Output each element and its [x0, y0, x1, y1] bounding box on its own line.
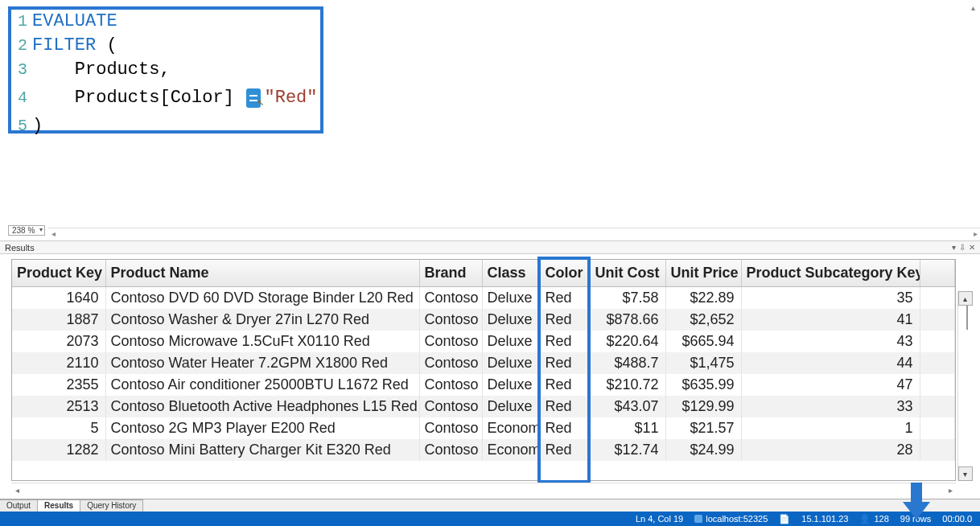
results-grid-pane: Product Key Product Name Brand Class Col…: [0, 254, 980, 499]
cell-unit-cost: $43.07: [590, 396, 665, 417]
code-text: Products,: [75, 58, 171, 82]
col-product-name[interactable]: Product Name: [105, 260, 419, 287]
cell-brand: Contoso: [419, 309, 482, 331]
cell-color: Red: [540, 287, 590, 310]
cell-padding: [920, 287, 955, 310]
col-unit-price[interactable]: Unit Price: [665, 260, 741, 287]
table-row[interactable]: 2110Contoso Water Heater 7.2GPM X1800 Re…: [12, 352, 955, 374]
cell-color: Red: [540, 396, 590, 417]
table-row[interactable]: 2513Contoso Bluetooth Active Headphones …: [12, 396, 955, 417]
cell-product-key: 1887: [12, 309, 105, 331]
cell-unit-cost: $488.7: [590, 352, 665, 374]
panel-pin-icon[interactable]: ⇩: [959, 243, 966, 252]
cell-class: Deluxe: [482, 396, 540, 417]
table-row[interactable]: 2355Contoso Air conditioner 25000BTU L16…: [12, 374, 955, 396]
scroll-down-button[interactable]: ▾: [958, 466, 973, 481]
cell-color: Red: [540, 417, 590, 439]
scroll-thumb[interactable]: [966, 306, 968, 330]
cell-subcategory-key: 47: [741, 374, 920, 396]
cell-subcategory-key: 43: [741, 331, 920, 352]
cell-unit-cost: $878.66: [590, 309, 665, 331]
scroll-right-icon[interactable]: ▸: [970, 228, 980, 239]
cell-product-name: Contoso Bluetooth Active Headphones L15 …: [105, 396, 419, 417]
user-icon: 👤: [859, 514, 871, 524]
status-users: 👤128: [859, 514, 888, 524]
cell-unit-cost: $7.58: [590, 287, 665, 310]
cell-padding: [920, 374, 955, 396]
table-row[interactable]: 1887Contoso Washer & Dryer 27in L270 Red…: [12, 309, 955, 331]
cell-product-name: Contoso Water Heater 7.2GPM X1800 Red: [105, 352, 419, 374]
cell-brand: Contoso: [419, 287, 482, 310]
cell-subcategory-key: 33: [741, 396, 920, 417]
col-subcategory-key[interactable]: Product Subcategory Key: [741, 260, 920, 287]
code-line[interactable]: 3 Products,: [13, 58, 320, 82]
cell-subcategory-key: 41: [741, 309, 920, 331]
cell-unit-cost: $210.72: [590, 374, 665, 396]
cell-product-key: 1282: [12, 439, 105, 461]
code-editor-pane[interactable]: ▴ 1 EVALUATE 2 FILTER ( 3 Products, 4 Pr…: [0, 0, 980, 241]
cell-padding: [920, 352, 955, 374]
cell-brand: Contoso: [419, 352, 482, 374]
zoom-selector[interactable]: 238 %: [8, 225, 45, 236]
code-indent: [32, 58, 75, 82]
tab-query-history[interactable]: Query History: [80, 499, 143, 512]
cell-unit-price: $22.89: [665, 287, 741, 310]
col-brand[interactable]: Brand: [419, 260, 482, 287]
line-number: 1: [13, 10, 27, 34]
code-highlight-box: 1 EVALUATE 2 FILTER ( 3 Products, 4 Prod…: [8, 6, 323, 134]
grid-horizontal-scrollbar[interactable]: ◂ ▸: [11, 483, 956, 495]
results-grid[interactable]: Product Key Product Name Brand Class Col…: [11, 259, 956, 481]
col-class[interactable]: Class: [482, 260, 540, 287]
code-line[interactable]: 5 ): [13, 114, 320, 138]
code-line[interactable]: 2 FILTER (: [13, 34, 320, 58]
cell-product-name: Contoso DVD 60 DVD Storage Binder L20 Re…: [105, 287, 419, 310]
zoom-value: 238 %: [12, 226, 35, 235]
cell-brand: Contoso: [419, 331, 482, 352]
col-padding: [920, 260, 955, 287]
panel-dropdown-icon[interactable]: ▾: [952, 243, 956, 252]
table-header-row[interactable]: Product Key Product Name Brand Class Col…: [12, 260, 955, 287]
scroll-left-icon[interactable]: ◂: [11, 483, 23, 496]
col-unit-cost[interactable]: Unit Cost: [590, 260, 665, 287]
table-row[interactable]: 2073Contoso Microwave 1.5CuFt X0110 RedC…: [12, 331, 955, 352]
code-line[interactable]: 1 EVALUATE: [13, 10, 320, 34]
scroll-up-button[interactable]: ▴: [958, 291, 973, 306]
code-text: ): [32, 114, 43, 138]
cell-product-name: Contoso 2G MP3 Player E200 Red: [105, 417, 419, 439]
cell-product-key: 2355: [12, 374, 105, 396]
keyword-filter: FILTER: [32, 34, 96, 58]
cell-unit-price: $24.99: [665, 439, 741, 461]
col-color[interactable]: Color: [540, 260, 590, 287]
line-number: 2: [13, 34, 27, 58]
code-text: Products[Color]: [75, 86, 245, 110]
cell-color: Red: [540, 374, 590, 396]
cell-unit-cost: $220.64: [590, 331, 665, 352]
panel-close-icon[interactable]: ✕: [969, 243, 975, 252]
table-row[interactable]: 1640Contoso DVD 60 DVD Storage Binder L2…: [12, 287, 955, 310]
table-row[interactable]: 1282Contoso Mini Battery Charger Kit E32…: [12, 439, 955, 461]
cell-brand: Contoso: [419, 374, 482, 396]
code-line[interactable]: 4 Products[Color] ↖ "Red": [13, 82, 320, 114]
cell-unit-price: $2,652: [665, 309, 741, 331]
server-icon: [694, 515, 702, 523]
cell-product-name: Contoso Washer & Dryer 27in L270 Red: [105, 309, 419, 331]
table-row[interactable]: 5Contoso 2G MP3 Player E200 RedContosoEc…: [12, 417, 955, 439]
cell-product-key: 5: [12, 417, 105, 439]
tab-results[interactable]: Results: [38, 499, 80, 512]
scroll-right-icon[interactable]: ▸: [945, 483, 956, 496]
cell-product-name: Contoso Air conditioner 25000BTU L1672 R…: [105, 374, 419, 396]
cell-color: Red: [540, 309, 590, 331]
tab-output[interactable]: Output: [0, 499, 38, 512]
col-product-key[interactable]: Product Key: [12, 260, 105, 287]
editor-horizontal-scrollbar[interactable]: ◂ ▸: [48, 228, 980, 239]
status-elapsed: 00:00.0: [942, 514, 972, 524]
cell-unit-price: $21.57: [665, 417, 741, 439]
code-indent: [32, 86, 75, 110]
results-panel-header[interactable]: Results ▾ ⇩ ✕: [0, 241, 980, 254]
grid-vertical-scrollbar[interactable]: ▴ ▾: [957, 291, 972, 481]
cell-padding: [920, 309, 955, 331]
results-panel-title: Results: [5, 243, 35, 253]
editor-scroll-up-icon[interactable]: ▴: [971, 3, 975, 12]
line-number: 5: [13, 114, 27, 138]
code-text: (: [96, 34, 117, 58]
